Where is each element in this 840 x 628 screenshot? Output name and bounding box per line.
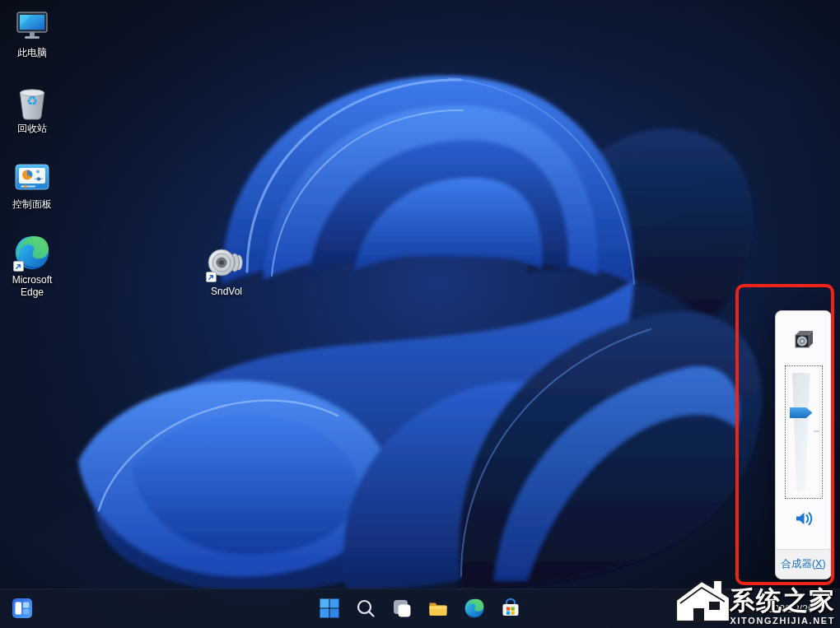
tray-date: 2022/2/26 [768, 603, 814, 615]
taskbar-center-icons [317, 593, 523, 626]
desktop-icon-label: 控制面板 [12, 198, 52, 211]
volume-slider-tick [814, 430, 819, 432]
mute-speaker-button[interactable] [794, 509, 814, 528]
taskbar-widgets-button[interactable] [10, 593, 35, 626]
file-explorer-icon [427, 598, 449, 621]
volume-control-popup: 合成器(X) [775, 310, 832, 579]
wallpaper-bloom [0, 0, 840, 628]
control-panel-icon [13, 158, 51, 196]
taskbar-search-button[interactable] [353, 593, 378, 626]
desktop-icon-this-pc[interactable]: 此电脑 [0, 7, 64, 59]
edge-icon [13, 234, 51, 272]
widgets-icon [12, 598, 32, 621]
desktop-icon-list: 此电脑 ♻ 回收站 [0, 7, 64, 299]
this-pc-icon [13, 7, 51, 44]
sndvol-label: SndVol [211, 286, 242, 297]
volume-slider[interactable] [785, 365, 823, 499]
taskbar-start-button[interactable] [317, 593, 342, 626]
taskbar-store-button[interactable] [498, 593, 523, 626]
taskbar-edge-button[interactable] [462, 593, 487, 626]
tray-show-hidden-icons-button[interactable] [682, 593, 702, 626]
desktop-icon-label: 此电脑 [17, 47, 47, 59]
store-icon [500, 598, 521, 621]
windows-desktop: 此电脑 ♻ 回收站 [0, 0, 840, 628]
desktop-icon-control-panel[interactable]: 控制面板 [0, 158, 64, 211]
desktop-icon-label: 回收站 [17, 123, 47, 135]
taskbar: 2022/2/26 [0, 588, 840, 628]
shortcut-arrow-badge [206, 272, 217, 282]
chevron-up-icon [687, 603, 697, 616]
search-icon [355, 598, 376, 621]
open-mixer-link[interactable]: 合成器(X) [781, 557, 825, 571]
shortcut-arrow-badge [13, 261, 24, 272]
taskbar-file-explorer-button[interactable] [426, 593, 450, 626]
start-icon [319, 598, 340, 621]
edge-icon [464, 598, 485, 621]
desktop-icon-recycle-bin[interactable]: ♻ 回收站 [0, 82, 64, 135]
desktop-icon-microsoft-edge[interactable]: Microsoft Edge [0, 234, 64, 299]
recycle-arrows-glyph: ♻ [13, 93, 51, 109]
recycle-bin-icon: ♻ [13, 82, 51, 120]
sndvol-speaker-icon [206, 244, 247, 284]
task-view-icon [391, 598, 413, 621]
volume-popup-footer: 合成器(X) [776, 549, 831, 579]
tray-clock[interactable]: 2022/2/26 [763, 589, 819, 628]
desktop-icon-sndvol[interactable]: SndVol [200, 244, 253, 297]
taskbar-task-view-button[interactable] [390, 593, 414, 626]
volume-slider-thumb[interactable] [790, 407, 813, 418]
volume-slider-track [792, 373, 810, 491]
speaker-waves-icon [794, 519, 814, 531]
speaker-device-icon [792, 329, 814, 349]
desktop-icon-label: Microsoft Edge [2, 274, 63, 299]
